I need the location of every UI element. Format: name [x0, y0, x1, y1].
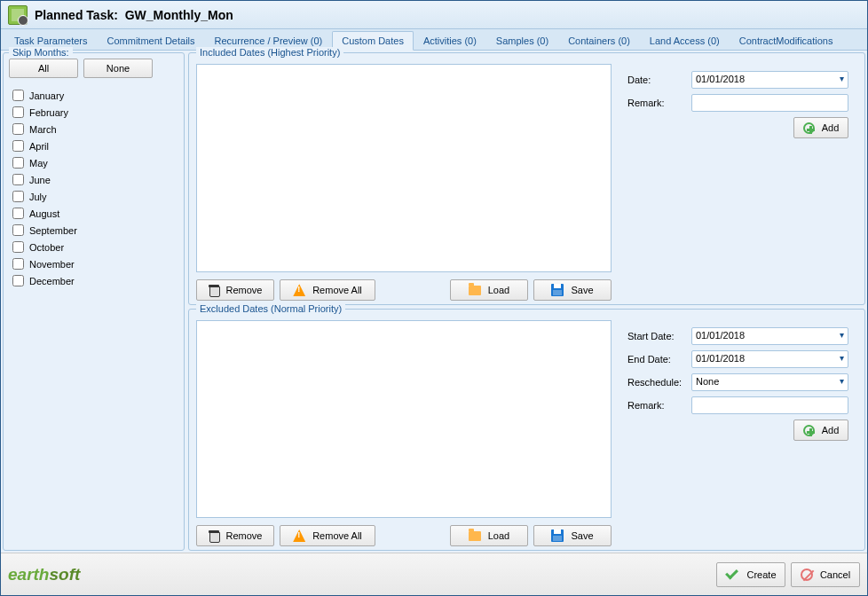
date-label: Date:: [627, 74, 691, 85]
excluded-remove-button[interactable]: Remove: [196, 525, 274, 546]
month-label: March: [29, 124, 57, 135]
excluded-form: Start Date: 01/01/2018 End Date: 01/01/2…: [612, 317, 857, 543]
month-checkbox[interactable]: [12, 157, 24, 169]
warning-icon: [293, 529, 305, 542]
month-september[interactable]: September: [12, 222, 175, 239]
tab-custom-dates[interactable]: Custom Dates: [332, 31, 414, 51]
excluded-remark-input[interactable]: [691, 396, 848, 414]
folder-icon: [469, 531, 481, 541]
none-button[interactable]: None: [83, 59, 153, 78]
included-listbox[interactable]: [196, 64, 612, 272]
month-august[interactable]: August: [12, 205, 175, 222]
month-november[interactable]: November: [12, 255, 175, 272]
tab-samples[interactable]: Samples (0): [486, 31, 558, 50]
main-area: Included Dates (Highest Priority) Date: …: [186, 51, 867, 553]
month-january[interactable]: January: [12, 87, 175, 104]
month-checkbox[interactable]: [12, 106, 24, 118]
date-input[interactable]: 01/01/2018: [691, 71, 848, 89]
included-dates-panel: Included Dates (Highest Priority) Date: …: [188, 52, 865, 305]
excluded-dates-panel: Excluded Dates (Normal Priority) Start D…: [188, 309, 865, 551]
month-october[interactable]: October: [12, 239, 175, 255]
month-checkbox[interactable]: [12, 123, 24, 135]
month-checkbox[interactable]: [12, 140, 24, 152]
month-label: January: [29, 90, 64, 101]
reschedule-input[interactable]: None: [691, 373, 848, 391]
excluded-remove-all-button[interactable]: Remove All: [280, 525, 375, 546]
included-remove-all-button[interactable]: Remove All: [280, 279, 375, 301]
start-date-label: Start Date:: [627, 331, 691, 341]
month-checkbox[interactable]: [12, 241, 24, 253]
tab-bar: Task Parameters Commitment Details Recur…: [1, 29, 867, 51]
check-icon: [725, 568, 739, 582]
skip-months-panel: Skip Months: All None JanuaryFebruaryMar…: [3, 52, 185, 551]
warning-icon: [293, 284, 305, 296]
trash-icon: [209, 530, 219, 542]
page-title: Planned Task: GW_Monthly_Mon: [35, 8, 233, 22]
month-december[interactable]: December: [12, 272, 175, 289]
content-area: Skip Months: All None JanuaryFebruaryMar…: [1, 51, 867, 553]
month-label: November: [29, 259, 75, 270]
reschedule-label: Reschedule:: [627, 377, 691, 388]
trash-icon: [209, 285, 219, 296]
plus-icon: [803, 122, 815, 134]
end-date-input[interactable]: 01/01/2018: [691, 350, 848, 368]
excluded-add-button[interactable]: Add: [793, 420, 848, 441]
create-button[interactable]: Create: [716, 562, 785, 587]
tab-contract-modifications[interactable]: ContractModifications: [730, 31, 843, 50]
month-checkbox[interactable]: [12, 191, 24, 202]
month-checkbox[interactable]: [12, 224, 24, 236]
included-form: Date: 01/01/2018 Remark: Add: [612, 60, 857, 297]
cancel-button[interactable]: Cancel: [791, 562, 860, 587]
calendar-icon: [8, 5, 28, 25]
excluded-legend: Excluded Dates (Normal Priority): [196, 303, 345, 314]
month-april[interactable]: April: [12, 137, 175, 154]
folder-icon: [469, 286, 481, 295]
month-label: June: [29, 175, 51, 185]
month-label: July: [29, 192, 47, 202]
remark-input[interactable]: [691, 94, 848, 112]
end-date-label: End Date:: [627, 354, 691, 365]
month-checkbox[interactable]: [12, 258, 24, 270]
tab-commitment-details[interactable]: Commitment Details: [98, 31, 205, 50]
month-label: October: [29, 242, 64, 253]
month-february[interactable]: February: [12, 104, 175, 121]
month-checkbox[interactable]: [12, 174, 24, 185]
dialog-window: Planned Task: GW_Monthly_Mon Task Parame…: [0, 0, 868, 596]
month-list: JanuaryFebruaryMarchAprilMayJuneJulyAugu…: [4, 83, 184, 293]
month-label: September: [29, 225, 77, 236]
month-march[interactable]: March: [12, 121, 175, 137]
save-icon: [551, 284, 564, 296]
logo: earthsoft: [8, 565, 80, 584]
skip-months-legend: Skip Months:: [9, 47, 73, 58]
month-label: December: [29, 276, 75, 286]
tab-containers[interactable]: Containers (0): [558, 31, 640, 50]
all-button[interactable]: All: [9, 59, 78, 78]
title-bar: Planned Task: GW_Monthly_Mon: [1, 1, 867, 29]
month-july[interactable]: July: [12, 188, 175, 205]
plus-icon: [803, 425, 815, 436]
month-label: August: [29, 208, 59, 219]
month-june[interactable]: June: [12, 171, 175, 188]
tab-activities[interactable]: Activities (0): [414, 31, 486, 50]
month-checkbox[interactable]: [12, 275, 24, 286]
tab-land-access[interactable]: Land Access (0): [640, 31, 730, 50]
month-may[interactable]: May: [12, 154, 175, 171]
excluded-load-button[interactable]: Load: [450, 525, 528, 546]
month-label: April: [29, 141, 49, 152]
footer-bar: earthsoft Create Cancel: [1, 553, 867, 595]
included-save-button[interactable]: Save: [533, 279, 612, 301]
save-icon: [551, 529, 564, 542]
included-add-button[interactable]: Add: [793, 117, 848, 138]
cancel-icon: [801, 569, 813, 581]
month-checkbox[interactable]: [12, 90, 24, 101]
month-checkbox[interactable]: [12, 208, 24, 219]
excluded-listbox[interactable]: [196, 320, 612, 518]
included-remove-button[interactable]: Remove: [196, 279, 274, 301]
month-label: May: [29, 158, 48, 169]
excluded-save-button[interactable]: Save: [533, 525, 612, 546]
start-date-input[interactable]: 01/01/2018: [691, 327, 848, 345]
included-legend: Included Dates (Highest Priority): [196, 47, 343, 58]
month-label: February: [29, 107, 68, 118]
included-load-button[interactable]: Load: [450, 279, 528, 301]
remark-label: Remark:: [627, 98, 691, 108]
